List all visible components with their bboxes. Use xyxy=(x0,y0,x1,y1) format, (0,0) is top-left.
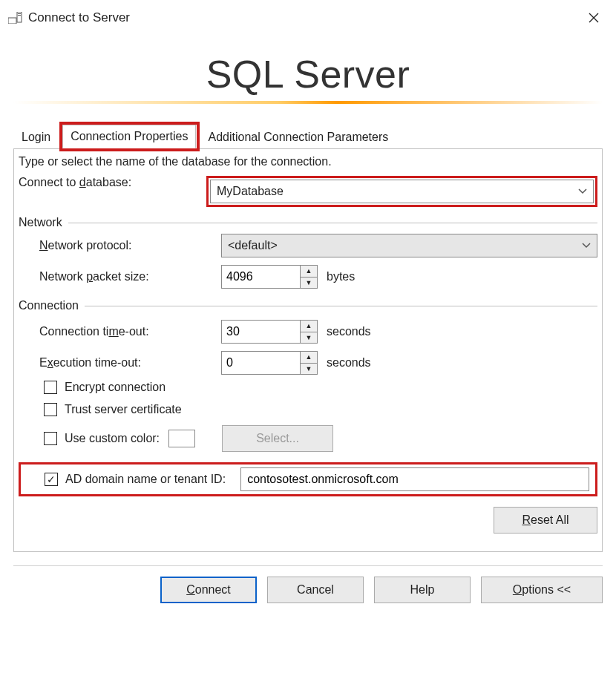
svg-rect-3 xyxy=(18,15,21,16)
spinner-buttons: ▲ ▼ xyxy=(301,320,318,344)
exec-timeout-unit: seconds xyxy=(327,356,371,370)
ad-domain-label: AD domain name or tenant ID: xyxy=(65,473,226,486)
options-button[interactable]: Options << xyxy=(481,577,603,603)
packet-size-label: Network packet size: xyxy=(39,270,221,283)
connect-timeout-unit: seconds xyxy=(327,325,371,338)
tab-login[interactable]: Login xyxy=(13,125,59,148)
group-connection-title: Connection xyxy=(19,299,79,312)
database-combo[interactable]: MyDatabase xyxy=(210,180,594,203)
tab-connection-properties[interactable]: Connection Properties xyxy=(62,125,196,148)
tab-page: Type or select the name of the database … xyxy=(13,149,603,552)
trust-cert-label: Trust server certificate xyxy=(65,403,182,416)
divider xyxy=(68,223,597,223)
color-preview xyxy=(168,430,195,447)
exec-timeout-spinner[interactable]: ▲ ▼ xyxy=(221,351,318,375)
trust-cert-checkbox[interactable] xyxy=(44,403,57,416)
chevron-down-icon xyxy=(578,188,587,194)
packet-size-unit: bytes xyxy=(327,270,355,283)
network-protocol-label: Network protocol: xyxy=(39,239,221,252)
spin-up-icon[interactable]: ▲ xyxy=(301,321,317,332)
custom-color-checkbox[interactable] xyxy=(44,432,57,445)
group-network: Network xyxy=(14,207,602,232)
encrypt-label: Encrypt connection xyxy=(65,381,166,394)
connect-timeout-label: Connection time-out: xyxy=(39,325,221,338)
divider xyxy=(85,306,597,306)
tab-bar: Login Connection Properties Additional C… xyxy=(13,119,603,149)
spin-up-icon[interactable]: ▲ xyxy=(301,352,317,363)
footer-buttons: Connect Cancel Help Options << xyxy=(0,566,616,618)
help-button[interactable]: Help xyxy=(374,577,471,603)
spin-down-icon[interactable]: ▼ xyxy=(301,277,317,289)
packet-size-input[interactable] xyxy=(221,265,301,289)
brand-banner: SQL Server xyxy=(0,31,616,113)
svg-rect-0 xyxy=(8,18,16,24)
cancel-button[interactable]: Cancel xyxy=(267,577,364,603)
spin-down-icon[interactable]: ▼ xyxy=(301,363,317,375)
exec-timeout-label: Execution time-out: xyxy=(39,356,221,370)
brand-text: SQL Server xyxy=(0,52,616,96)
titlebar: Connect to Server xyxy=(0,0,616,31)
window-title: Connect to Server xyxy=(28,10,130,25)
custom-color-label: Use custom color: xyxy=(65,432,160,445)
network-protocol-value: <default> xyxy=(228,239,278,252)
spin-down-icon[interactable]: ▼ xyxy=(301,332,317,344)
spin-up-icon[interactable]: ▲ xyxy=(301,266,317,277)
tab-additional-parameters[interactable]: Additional Connection Parameters xyxy=(200,125,396,148)
reset-all-button[interactable]: Reset All xyxy=(494,507,597,534)
encrypt-checkbox[interactable] xyxy=(44,381,57,394)
group-connection: Connection xyxy=(14,290,602,315)
hint-text: Type or select the name of the database … xyxy=(14,149,602,176)
connect-to-database-label: Connect to database: xyxy=(19,176,206,207)
exec-timeout-input[interactable] xyxy=(221,351,301,375)
server-icon xyxy=(7,10,24,26)
select-color-button: Select... xyxy=(222,425,333,452)
close-icon[interactable] xyxy=(579,7,609,29)
network-protocol-combo[interactable]: <default> xyxy=(221,234,597,257)
ad-domain-input[interactable] xyxy=(240,467,589,491)
ad-domain-checkbox[interactable] xyxy=(45,473,58,486)
packet-size-spinner[interactable]: ▲ ▼ xyxy=(221,265,318,289)
spinner-buttons: ▲ ▼ xyxy=(301,265,318,289)
database-value: MyDatabase xyxy=(217,185,284,198)
connect-button[interactable]: Connect xyxy=(160,577,257,603)
brand-underline xyxy=(13,101,603,104)
connect-timeout-input[interactable] xyxy=(221,320,301,344)
chevron-down-icon xyxy=(582,243,591,249)
group-network-title: Network xyxy=(19,216,62,229)
svg-rect-2 xyxy=(18,13,21,14)
spinner-buttons: ▲ ▼ xyxy=(301,351,318,375)
connect-timeout-spinner[interactable]: ▲ ▼ xyxy=(221,320,318,344)
